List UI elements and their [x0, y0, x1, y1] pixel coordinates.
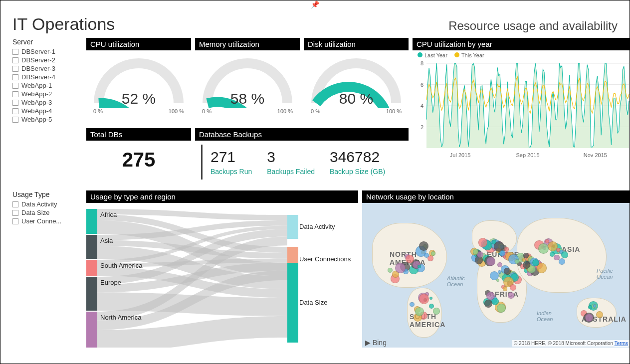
- map-bubble: [532, 259, 539, 266]
- map-bubble: [473, 249, 478, 254]
- option-label: WebApp-2: [21, 90, 52, 98]
- svg-text:4: 4: [420, 103, 423, 109]
- map-bubble: [424, 253, 429, 258]
- db-backups-tile[interactable]: Database Backups 271Backups Run3Backups …: [195, 128, 409, 183]
- map[interactable]: NORTHAMERICASOUTHAMERICAEUROPEAFRICAASIA…: [362, 203, 630, 348]
- option-label: WebApp-1: [21, 82, 52, 89]
- server-option[interactable]: DBServer-4: [12, 73, 82, 81]
- ocean-label: PacificOcean: [597, 268, 613, 280]
- map-tile[interactable]: Network usage by location NORTHAMERICASO…: [362, 190, 630, 348]
- memory-gauge-min: 0 %: [202, 108, 211, 114]
- checkbox-icon: [12, 83, 18, 89]
- ocean-label: IndianOcean: [537, 310, 553, 322]
- map-bubble: [486, 292, 495, 300]
- checkbox-icon: [12, 74, 18, 80]
- db-backups-title: Database Backups: [195, 128, 409, 141]
- map-bubble: [429, 297, 432, 300]
- usage-type-option[interactable]: Data Size: [12, 209, 82, 216]
- svg-text:Africa: Africa: [100, 211, 117, 218]
- svg-rect-19: [86, 235, 97, 259]
- disk-gauge-tile[interactable]: Disk utilization 80 % 80 % 0 % 100 %: [304, 38, 409, 124]
- svg-rect-31: [287, 263, 298, 343]
- svg-text:2: 2: [420, 124, 423, 130]
- backup-metric-value: 271: [210, 149, 252, 166]
- option-label: WebApp-3: [21, 99, 52, 106]
- cpu-gauge-tile[interactable]: CPU utilization 70 % 52 % 0 % 100 %: [86, 38, 191, 124]
- page-title: IT Operations: [12, 14, 115, 34]
- option-label: User Conne...: [21, 217, 61, 225]
- server-slicer[interactable]: Server DBServer-1DBServer-2DBServer-3DBS…: [12, 38, 82, 124]
- server-option[interactable]: WebApp-5: [12, 116, 82, 123]
- map-bubble: [515, 259, 519, 263]
- backup-metric-label: Backups Run: [210, 168, 252, 176]
- map-bubble: [523, 253, 528, 258]
- disk-gauge-title: Disk utilization: [304, 38, 409, 50]
- backup-metric-value: 3: [267, 149, 315, 166]
- cpu-by-year-tile[interactable]: CPU utilization by year Last Year This Y…: [413, 38, 630, 183]
- checkbox-icon: [12, 108, 18, 114]
- svg-rect-27: [287, 215, 298, 239]
- map-bubble: [538, 243, 549, 254]
- terms-link[interactable]: Terms: [615, 341, 628, 346]
- map-attribution: © 2018 HERE, © 2018 Microsoft Corporatio…: [512, 340, 630, 347]
- map-bubble: [486, 257, 495, 266]
- pin-icon[interactable]: 📌: [311, 0, 319, 8]
- map-bubble: [418, 265, 421, 268]
- backup-metric: 346782Backup Size (GB): [330, 149, 385, 176]
- map-bubble: [496, 279, 499, 282]
- memory-gauge-max: 100 %: [277, 108, 293, 114]
- server-slicer-title: Server: [12, 38, 82, 46]
- server-option[interactable]: DBServer-1: [12, 48, 82, 55]
- svg-text:North America: North America: [100, 314, 142, 321]
- memory-gauge-title: Memory utilization: [195, 38, 300, 50]
- checkbox-icon: [12, 66, 18, 72]
- svg-text:Asia: Asia: [100, 237, 113, 244]
- option-label: DBServer-1: [21, 48, 55, 55]
- usage-type-option[interactable]: Data Activity: [12, 200, 82, 208]
- usage-type-option[interactable]: User Conne...: [12, 217, 82, 225]
- total-dbs-tile[interactable]: Total DBs 275: [86, 128, 191, 183]
- map-bubble: [588, 305, 592, 309]
- sankey-chart: AfricaAsiaSouth AmericaEuropeNorth Ameri…: [86, 203, 358, 348]
- map-bubble: [556, 248, 560, 252]
- option-label: Data Size: [21, 209, 49, 216]
- usage-type-slicer-title: Usage Type: [12, 190, 82, 198]
- sankey-tile[interactable]: Usage by type and region AfricaAsiaSouth…: [86, 190, 358, 348]
- map-bubble: [596, 311, 603, 318]
- map-bubble: [395, 263, 406, 273]
- backup-metric: 3Backups Failed: [267, 149, 315, 176]
- svg-rect-21: [86, 260, 97, 276]
- svg-text:Europe: Europe: [100, 279, 121, 286]
- checkbox-icon: [12, 49, 18, 55]
- cpu-by-year-chart: 2468Jul 2015Sep 2015Nov 2015: [413, 60, 630, 160]
- option-label: DBServer-4: [21, 73, 55, 81]
- option-label: Data Activity: [21, 200, 57, 208]
- option-label: DBServer-3: [21, 65, 55, 72]
- checkbox-icon: [12, 91, 18, 97]
- disk-gauge-min: 0 %: [311, 108, 320, 114]
- cpu-by-year-legend: Last Year This Year: [413, 50, 630, 60]
- backup-metric-value: 346782: [330, 149, 385, 166]
- server-option[interactable]: DBServer-2: [12, 56, 82, 64]
- total-dbs-title: Total DBs: [86, 128, 191, 141]
- map-bubble: [504, 268, 511, 275]
- map-bubble: [478, 238, 488, 247]
- svg-text:6: 6: [420, 82, 423, 88]
- ocean-label: AtlanticOcean: [447, 275, 465, 287]
- server-option[interactable]: DBServer-3: [12, 65, 82, 72]
- server-option[interactable]: WebApp-4: [12, 107, 82, 115]
- svg-rect-17: [86, 209, 97, 234]
- svg-rect-25: [86, 312, 97, 348]
- option-label: WebApp-5: [21, 116, 52, 123]
- page-subtitle: Resource usage and availability: [448, 19, 618, 33]
- usage-type-slicer[interactable]: Usage Type Data ActivityData SizeUser Co…: [12, 190, 82, 348]
- memory-gauge-tile[interactable]: Memory utilization 80 % 58 % 0 % 100 %: [195, 38, 300, 124]
- server-option[interactable]: WebApp-2: [12, 90, 82, 98]
- checkbox-icon: [12, 117, 18, 123]
- svg-text:8: 8: [420, 60, 423, 66]
- backup-metric: 271Backups Run: [210, 149, 252, 176]
- server-option[interactable]: WebApp-1: [12, 82, 82, 89]
- checkbox-icon: [12, 201, 18, 207]
- server-option[interactable]: WebApp-3: [12, 99, 82, 106]
- checkbox-icon: [12, 210, 18, 216]
